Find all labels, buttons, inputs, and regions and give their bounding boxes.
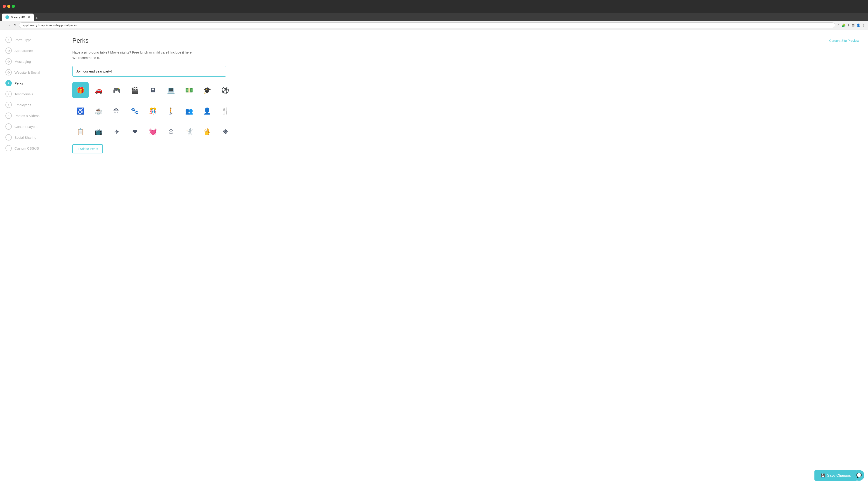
website-social-icon: ◑	[5, 69, 12, 75]
url-text: app.breezy.hr/app/c/moodjoy/portal/perks	[23, 24, 76, 27]
perk-icon-7[interactable]: 🎓	[199, 82, 215, 98]
sidebar-item-social-sharing[interactable]: ○ Social Sharing	[0, 132, 63, 143]
sidebar-item-perks[interactable]: ✦ Perks	[0, 78, 63, 89]
minimize-window-btn[interactable]	[7, 5, 10, 8]
extensions-icon[interactable]: 🧩	[842, 24, 846, 27]
app-layout: ○ Portal Type ◑ Appearance ◑ Messaging ◑…	[0, 30, 868, 488]
save-icon: 💾	[821, 473, 825, 478]
perk-icon-3[interactable]: 🐾	[127, 103, 143, 119]
appearance-icon: ◑	[5, 47, 12, 54]
content-layout-icon: ○	[5, 123, 12, 130]
sidebar-item-testimonials[interactable]: ○ Testimonials	[0, 89, 63, 99]
description-line1: Have a ping-pong table? Movie nights? Fr…	[72, 51, 193, 54]
forward-btn[interactable]: ›	[7, 22, 10, 28]
address-bar: ‹ › ↻ app.breezy.hr/app/c/moodjoy/portal…	[0, 21, 868, 30]
icons-grid-row2: ♿☕⛑🐾🎊🚶👥👤🍴	[72, 103, 859, 119]
sidebar-label-content-layout: Content Layout	[14, 125, 37, 129]
tab-title: Breezy HR	[11, 15, 25, 19]
custom-css-js-icon: ○	[5, 145, 12, 151]
perk-icon-7[interactable]: 🖐	[199, 124, 215, 140]
perk-icon-5[interactable]: 💻	[163, 82, 179, 98]
maximize-window-btn[interactable]	[12, 5, 15, 8]
sidebar-label-messaging: Messaging	[14, 60, 31, 64]
sidebar-item-messaging[interactable]: ◑ Messaging	[0, 56, 63, 67]
perk-icon-7[interactable]: 👤	[199, 103, 215, 119]
perk-icon-6[interactable]: 👥	[181, 103, 197, 119]
tab-favicon	[5, 15, 9, 19]
tab-bar: Breezy HR ✕ +	[0, 13, 868, 21]
chat-bubble-button[interactable]: 💬	[854, 470, 864, 481]
perk-icon-4[interactable]: 🎊	[145, 103, 161, 119]
perk-icon-1[interactable]: 📺	[90, 124, 107, 140]
employees-icon: ○	[5, 102, 12, 108]
perk-icon-6[interactable]: 💵	[181, 82, 197, 98]
messaging-icon: ◑	[5, 58, 12, 65]
main-content: Perks Careers Site Preview Have a ping-p…	[63, 30, 868, 488]
perk-icon-8[interactable]: 🍴	[217, 103, 233, 119]
save-label: Save Changes	[827, 474, 851, 478]
perk-icon-3[interactable]: ❤	[127, 124, 143, 140]
perk-icon-1[interactable]: ☕	[90, 103, 107, 119]
perk-icon-2[interactable]: 🎮	[108, 82, 125, 98]
sidebar-item-employees[interactable]: ○ Employees	[0, 99, 63, 110]
perk-icon-8[interactable]: ⚽	[217, 82, 233, 98]
perk-icon-6[interactable]: 🤺	[181, 124, 197, 140]
perk-icon-5[interactable]: ☮	[163, 124, 179, 140]
sidebar-item-appearance[interactable]: ◑ Appearance	[0, 45, 63, 56]
url-bar[interactable]: app.breezy.hr/app/c/moodjoy/portal/perks	[19, 22, 835, 28]
reload-btn[interactable]: ↻	[12, 22, 17, 28]
sidebar-label-website-social: Website & Social	[14, 70, 40, 74]
chat-icon: 💬	[856, 473, 862, 478]
icons-grid-row3: 📋📺✈❤💓☮🤺🖐❋	[72, 124, 859, 140]
sidebar-label-portal-type: Portal Type	[14, 38, 32, 42]
sidebar-label-appearance: Appearance	[14, 49, 33, 53]
download-icon[interactable]: ⬇	[847, 24, 850, 27]
sidebar-label-testimonials: Testimonials	[14, 92, 33, 96]
browser-chrome	[0, 0, 868, 13]
split-screen-icon[interactable]: ⊡	[852, 24, 855, 27]
sidebar-item-content-layout[interactable]: ○ Content Layout	[0, 121, 63, 132]
page-title: Perks	[72, 37, 89, 44]
add-to-perks-button[interactable]: + Add to Perks	[72, 144, 103, 153]
sidebar: ○ Portal Type ◑ Appearance ◑ Messaging ◑…	[0, 30, 63, 488]
profile-icon[interactable]: 👤	[857, 24, 860, 27]
sidebar-label-social-sharing: Social Sharing	[14, 135, 36, 139]
perk-icon-2[interactable]: ⛑	[108, 103, 125, 119]
back-btn[interactable]: ‹	[3, 22, 6, 28]
perk-icon-8[interactable]: ❋	[217, 124, 233, 140]
testimonials-icon: ○	[5, 91, 12, 97]
photos-videos-icon: ○	[5, 112, 12, 119]
icons-grid: 🎁🚗🎮🎬🖥💻💵🎓⚽	[72, 82, 859, 98]
perk-icon-3[interactable]: 🎬	[127, 82, 143, 98]
sidebar-label-photos-videos: Photos & Videos	[14, 114, 39, 118]
careers-site-preview-link[interactable]: Careers Site Preview	[829, 39, 859, 42]
perks-icon: ✦	[5, 80, 12, 86]
menu-icon[interactable]: ⋮	[862, 24, 865, 27]
active-tab[interactable]: Breezy HR ✕	[2, 13, 34, 21]
save-changes-button[interactable]: 💾 Save Changes	[814, 470, 857, 481]
social-sharing-icon: ○	[5, 134, 12, 140]
portal-type-icon: ○	[5, 37, 12, 43]
perk-icon-5[interactable]: 🚶	[163, 103, 179, 119]
perk-text-input[interactable]	[72, 66, 226, 76]
tab-close-btn[interactable]: ✕	[28, 15, 30, 19]
bookmark-icon[interactable]: ☆	[837, 24, 840, 27]
perk-icon-0[interactable]: ♿	[72, 103, 89, 119]
sidebar-label-perks: Perks	[14, 81, 23, 85]
sidebar-item-portal-type[interactable]: ○ Portal Type	[0, 34, 63, 45]
perk-icon-4[interactable]: 🖥	[145, 82, 161, 98]
perk-icon-0[interactable]: 🎁	[72, 82, 89, 98]
close-window-btn[interactable]	[3, 5, 6, 8]
sidebar-item-photos-videos[interactable]: ○ Photos & Videos	[0, 110, 63, 121]
description-line2: We recommend 6.	[72, 56, 100, 60]
perk-icon-4[interactable]: 💓	[145, 124, 161, 140]
browser-toolbar-icons: ☆ 🧩 ⬇ ⊡ 👤 ⋮	[837, 24, 865, 27]
new-tab-btn[interactable]: +	[35, 16, 38, 21]
perk-icon-2[interactable]: ✈	[108, 124, 125, 140]
perk-icon-1[interactable]: 🚗	[90, 82, 107, 98]
perk-icon-0[interactable]: 📋	[72, 124, 89, 140]
sidebar-label-custom-css-js: Custom CSS/JS	[14, 147, 39, 150]
sidebar-item-custom-css-js[interactable]: ○ Custom CSS/JS	[0, 143, 63, 154]
page-header: Perks Careers Site Preview	[72, 37, 859, 44]
sidebar-item-website-social[interactable]: ◑ Website & Social	[0, 67, 63, 78]
